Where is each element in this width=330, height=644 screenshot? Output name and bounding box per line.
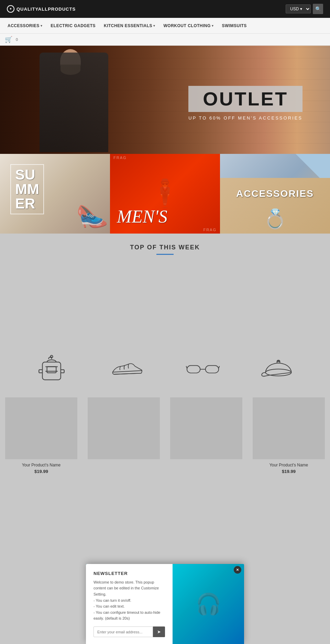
hero-subtitle: UP TO 60% OFF MEN'S ACCESSORIES	[188, 115, 302, 121]
product-area	[0, 258, 330, 344]
chevron-down-icon: ▾	[153, 24, 155, 27]
nav-swimsuits[interactable]: SWIMSUITS	[218, 18, 251, 33]
product-card-1: Your Product's Name $19.99	[0, 392, 82, 479]
product-price-1: $19.99	[5, 469, 77, 474]
nav-accessories[interactable]: ACCESSORIES ▾	[3, 18, 46, 33]
product-image-4	[253, 397, 325, 459]
logo-icon: ✦	[7, 5, 14, 13]
svg-rect-2	[47, 367, 56, 373]
frag-top-label: FRAG	[113, 156, 127, 160]
logo-text: QUALITYALLPRODUCTS	[16, 7, 76, 12]
chevron-down-icon: ▾	[212, 24, 214, 27]
product-card-4: Your Product's Name $19.99	[248, 392, 330, 479]
svg-line-8	[219, 366, 219, 368]
hero-content: OUTLET UP TO 60% OFF MEN'S ACCESSORIES	[188, 86, 302, 121]
nav-electric-gadgets[interactable]: ELECTRIC GADGETS	[46, 18, 100, 33]
sneaker-icon	[110, 354, 144, 382]
category-banners: 👠 👟 SUMMER 🕴️ FRAG FRAG men's 💍 ACCESSOR…	[0, 154, 330, 234]
cap-icon	[261, 354, 296, 382]
sneaker-category[interactable]	[110, 354, 144, 382]
toolbar: 🛒 0	[0, 34, 330, 46]
logo[interactable]: ✦ QUALITYALLPRODUCTS	[7, 5, 76, 13]
hero-title-box: OUTLET	[188, 86, 302, 112]
product-image-1	[5, 397, 77, 459]
category-icons-row	[0, 344, 330, 392]
nav-workout-clothing[interactable]: WORKOUT CLOTHING ▾	[160, 18, 218, 33]
jewelry-icon: 💍	[263, 208, 287, 230]
mens-figure-icon: 🕴️	[148, 178, 182, 210]
search-button[interactable]: 🔍	[313, 4, 323, 14]
product-image-3	[170, 397, 242, 459]
mens-label: men's	[117, 206, 167, 227]
header-controls: USD ▾ EUR GBP 🔍	[286, 4, 323, 14]
hero-banner: OUTLET UP TO 60% OFF MEN'S ACCESSORIES	[0, 46, 330, 154]
currency-select[interactable]: USD ▾ EUR GBP	[286, 4, 311, 13]
product-name-1: Your Product's Name	[5, 463, 77, 467]
nav-kitchen-essentials[interactable]: KITCHEN ESSENTIALS ▾	[100, 18, 160, 33]
summer-label: SUMMER	[10, 164, 44, 214]
cart-icon[interactable]: 🛒	[5, 36, 12, 43]
backpack-icon	[34, 354, 69, 382]
svg-rect-4	[187, 365, 200, 373]
product-price-4: $19.99	[253, 469, 325, 474]
sneaker-decorative-icon: 👟	[78, 203, 105, 229]
site-header: ✦ QUALITYALLPRODUCTS USD ▾ EUR GBP 🔍	[0, 0, 330, 18]
chevron-down-icon: ▾	[41, 24, 43, 27]
accessories-label: ACCESSORIES	[236, 188, 314, 199]
product-card-3	[165, 392, 248, 479]
category-summer[interactable]: 👠 👟 SUMMER	[0, 154, 110, 234]
cart-count: 0	[16, 37, 18, 42]
backpack-category[interactable]	[34, 354, 69, 382]
glasses-icon	[186, 354, 220, 382]
product-name-4: Your Product's Name	[253, 463, 325, 467]
svg-line-7	[186, 366, 187, 368]
main-nav: ACCESSORIES ▾ ELECTRIC GADGETS KITCHEN E…	[0, 18, 330, 34]
category-accessories[interactable]: 💍 ACCESSORIES	[220, 154, 330, 234]
section-title: TOP OF THIS WEEK	[0, 244, 330, 251]
svg-rect-5	[206, 365, 219, 373]
section-header: TOP OF THIS WEEK	[0, 234, 330, 258]
category-mens[interactable]: 🕴️ FRAG FRAG men's	[110, 154, 220, 234]
product-grid: Your Product's Name $19.99 Your Product'…	[0, 392, 330, 486]
glasses-category[interactable]	[186, 354, 220, 382]
product-image-2	[88, 397, 160, 459]
cap-category[interactable]	[261, 354, 296, 382]
product-card-2	[82, 392, 165, 479]
section-title-underline	[156, 254, 174, 255]
frag-bottom-label: FRAG	[203, 228, 217, 232]
hero-figure-body	[40, 53, 108, 152]
hero-title: OUTLET	[195, 89, 296, 109]
